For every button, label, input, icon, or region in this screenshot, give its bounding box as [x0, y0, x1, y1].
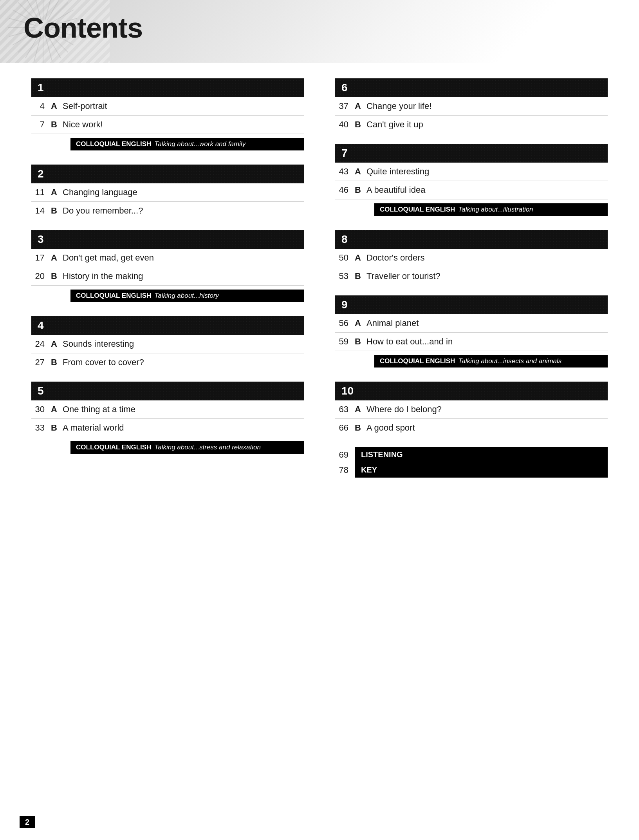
colloquial-english-row: COLLOQUIAL ENGLISH Talking about...illus…: [335, 199, 608, 220]
colloquial-label: COLLOQUIAL ENGLISH: [76, 444, 151, 451]
entry-title: Animal planet: [366, 318, 608, 328]
colloquial-english-row: COLLOQUIAL ENGLISH Talking about...insec…: [335, 351, 608, 371]
page-number: 7: [31, 119, 51, 130]
unit-2-section: 2 11 A Changing language 14 B Do you rem…: [31, 165, 304, 220]
colloquial-subtitle: Talking about...history: [154, 292, 219, 300]
entry-title: Do you remember...?: [63, 206, 304, 216]
entry-letter: B: [51, 206, 63, 216]
entry-title: From cover to cover?: [63, 357, 304, 368]
table-row: 24 A Sounds interesting: [31, 335, 304, 353]
colloquial-subtitle: Talking about...illustration: [458, 206, 533, 214]
table-row: 33 B A material world: [31, 419, 304, 437]
entry-title: A good sport: [366, 423, 608, 433]
entry-title: Self-portrait: [63, 101, 304, 111]
table-row: 59 B How to eat out...and in: [335, 333, 608, 351]
page-number: 66: [335, 423, 355, 433]
table-row: 37 A Change your life!: [335, 97, 608, 116]
entry-letter: A: [51, 187, 63, 197]
table-row: 27 B From cover to cover?: [31, 353, 304, 371]
entry-title: Traveller or tourist?: [366, 271, 608, 281]
table-row: 46 B A beautiful idea: [335, 181, 608, 199]
entry-letter: B: [355, 185, 366, 195]
header-area: Contents: [0, 0, 639, 63]
entry-letter: A: [355, 404, 366, 415]
entry-title: Don't get mad, get even: [63, 253, 304, 263]
listening-section: 69 LISTENING: [335, 447, 608, 462]
unit-5-section: 5 30 A One thing at a time 33 B A materi…: [31, 382, 304, 458]
entry-letter: B: [355, 271, 366, 281]
entry-letter: B: [51, 357, 63, 368]
listening-bar: LISTENING: [355, 447, 608, 462]
colloquial-bar: COLLOQUIAL ENGLISH Talking about...illus…: [374, 203, 608, 216]
unit-3-header: 3: [31, 230, 304, 249]
entry-letter: A: [355, 318, 366, 328]
page-number: 46: [335, 185, 355, 195]
page-number: 24: [31, 339, 51, 349]
table-row: 11 A Changing language: [31, 183, 304, 202]
right-column: 6 37 A Change your life! 40 B Can't give…: [327, 78, 608, 478]
page-number: 69: [335, 450, 355, 460]
entry-letter: A: [51, 404, 63, 415]
unit-1-header: 1: [31, 78, 304, 97]
unit-4-section: 4 24 A Sounds interesting 27 B From cove…: [31, 316, 304, 371]
unit-10-section: 10 63 A Where do I belong? 66 B A good s…: [335, 382, 608, 437]
page-number: 14: [31, 206, 51, 216]
entry-title: Where do I belong?: [366, 404, 608, 415]
colloquial-label: COLLOQUIAL ENGLISH: [76, 140, 151, 148]
colloquial-bar: COLLOQUIAL ENGLISH Talking about...stres…: [70, 441, 304, 454]
footer-page-number: 2: [20, 816, 35, 828]
colloquial-label: COLLOQUIAL ENGLISH: [380, 357, 455, 365]
unit-3-number: 3: [38, 233, 44, 246]
key-section: 78 KEY: [335, 462, 608, 478]
entry-title: A material world: [63, 423, 304, 433]
colloquial-bar: COLLOQUIAL ENGLISH Talking about...work …: [70, 138, 304, 150]
colloquial-label: COLLOQUIAL ENGLISH: [76, 292, 151, 300]
table-row: 56 A Animal planet: [335, 314, 608, 333]
page-number: 50: [335, 253, 355, 263]
unit-3-section: 3 17 A Don't get mad, get even 20 B Hist…: [31, 230, 304, 306]
entry-letter: B: [51, 119, 63, 130]
page-title: Contents: [23, 12, 143, 44]
entry-letter: B: [51, 423, 63, 433]
entry-letter: A: [51, 101, 63, 111]
unit-6-header: 6: [335, 78, 608, 97]
page-number: 4: [31, 101, 51, 111]
key-bar: KEY: [355, 462, 608, 478]
colloquial-subtitle: Talking about...stress and relaxation: [154, 444, 261, 451]
listening-label: LISTENING: [361, 450, 403, 459]
entry-title: Sounds interesting: [63, 339, 304, 349]
main-content: 1 4 A Self-portrait 7 B Nice work! COLLO…: [0, 63, 639, 501]
page-number: 43: [335, 167, 355, 177]
entry-title: How to eat out...and in: [366, 337, 608, 347]
table-row: 14 B Do you remember...?: [31, 202, 304, 220]
unit-5-header: 5: [31, 382, 304, 400]
entry-title: Quite interesting: [366, 167, 608, 177]
entry-letter: A: [355, 253, 366, 263]
entry-letter: B: [355, 119, 366, 130]
entry-letter: A: [355, 167, 366, 177]
page-number: 30: [31, 404, 51, 415]
unit-10-number: 10: [341, 385, 354, 397]
entry-title: History in the making: [63, 271, 304, 281]
unit-6-number: 6: [341, 81, 348, 94]
colloquial-label: COLLOQUIAL ENGLISH: [380, 206, 455, 214]
entry-title: Changing language: [63, 187, 304, 197]
page-number: 56: [335, 318, 355, 328]
unit-4-header: 4: [31, 316, 304, 335]
entry-letter: A: [51, 339, 63, 349]
unit-2-number: 2: [38, 168, 44, 180]
page-number: 17: [31, 253, 51, 263]
left-column: 1 4 A Self-portrait 7 B Nice work! COLLO…: [31, 78, 327, 478]
table-row: 7 B Nice work!: [31, 116, 304, 134]
table-row: 40 B Can't give it up: [335, 116, 608, 134]
table-row: 43 A Quite interesting: [335, 163, 608, 181]
unit-1-number: 1: [38, 81, 44, 94]
unit-7-number: 7: [341, 147, 348, 159]
unit-2-header: 2: [31, 165, 304, 183]
colloquial-subtitle: Talking about...insects and animals: [458, 357, 561, 365]
colloquial-english-row: COLLOQUIAL ENGLISH Talking about...stres…: [31, 437, 304, 458]
unit-7-section: 7 43 A Quite interesting 46 B A beautifu…: [335, 144, 608, 220]
page-number: 37: [335, 101, 355, 111]
unit-6-section: 6 37 A Change your life! 40 B Can't give…: [335, 78, 608, 134]
key-label: KEY: [361, 465, 377, 474]
